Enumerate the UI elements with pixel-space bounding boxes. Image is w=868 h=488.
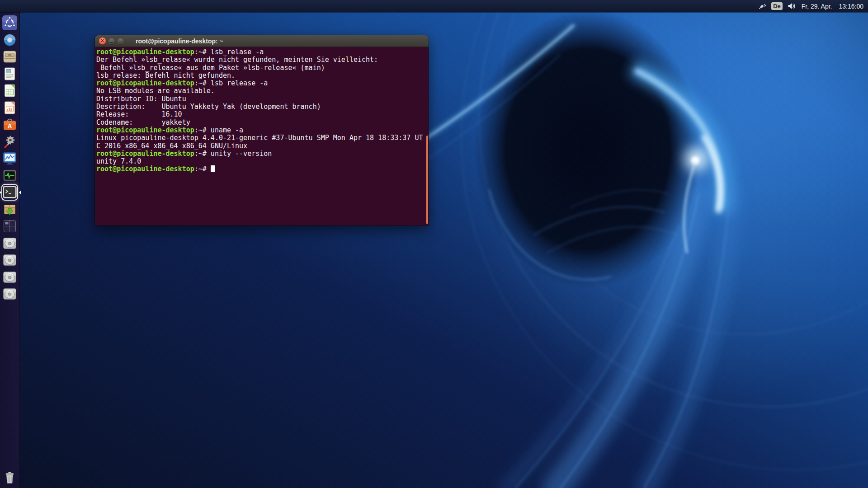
terminal-line: root@picopauline-desktop:~# lsb_release … <box>96 80 429 87</box>
terminal-window: × root@picopauline-desktop: ~ root@picop… <box>95 35 429 225</box>
impress-presentation-icon <box>2 100 17 115</box>
settings-gear-icon <box>2 134 17 149</box>
terminal-line: No LSB modules are available. <box>96 87 429 95</box>
terminal-line: lsb_relase: Befehl nicht gefunden. <box>96 72 429 80</box>
terminal-line: Linux picopauline-desktop 4.4.0-21-gener… <box>96 134 429 142</box>
clock-time[interactable]: 13:16:00 <box>839 3 864 10</box>
disk-icon <box>2 286 17 301</box>
window-title: root@picopauline-desktop: ~ <box>136 38 223 45</box>
monitor-graph-icon <box>2 151 17 166</box>
volume-icon[interactable] <box>787 0 797 12</box>
terminal-line: Der Befehl »lsb_relase« wurde nicht gefu… <box>96 56 429 64</box>
clock-date[interactable]: Fr, 29. Apr. <box>802 3 832 10</box>
writer-document-icon <box>2 66 17 81</box>
terminal-line: Codename: yakkety <box>96 119 429 127</box>
terminal-titlebar[interactable]: × root@picopauline-desktop: ~ <box>95 35 429 47</box>
terminal-line: Description: Ubuntu Yakkety Yak (develop… <box>96 103 429 111</box>
maximize-button[interactable] <box>117 37 124 45</box>
launcher: A <box>0 12 20 488</box>
indicator-area: De Fr, 29. Apr. 13:16:00 <box>758 0 868 12</box>
maximize-icon <box>119 40 122 42</box>
launcher-item-system-settings[interactable] <box>2 134 17 149</box>
launcher-item-disk-4[interactable] <box>2 286 17 301</box>
launcher-item-disk-3[interactable] <box>2 270 17 285</box>
launcher-item-terminal[interactable] <box>2 185 17 200</box>
launcher-item-libreoffice-impress[interactable] <box>2 100 17 115</box>
launcher-item-libreoffice-writer[interactable] <box>2 66 17 81</box>
minimize-button[interactable] <box>108 37 115 45</box>
minimize-icon <box>110 42 113 43</box>
terminal-line: root@picopauline-desktop:~# <box>96 165 429 173</box>
close-button[interactable]: × <box>99 37 106 45</box>
terminal-scrollbar[interactable] <box>426 136 428 224</box>
launcher-item-trash[interactable] <box>2 470 17 485</box>
terminal-line: root@picopauline-desktop:~# lsb_relase -… <box>96 48 429 56</box>
disk-icon <box>2 253 17 267</box>
desktop: De Fr, 29. Apr. 13:16:00 A × root@picopa… <box>0 0 868 488</box>
workspace-grid-icon <box>2 219 17 234</box>
terminal-line: Befehl »lsb_release« aus dem Paket »lsb-… <box>96 64 429 72</box>
terminal-line: C 2016 x86_64 x86_64 x86_64 GNU/Linux <box>96 142 429 150</box>
svg-text:A: A <box>7 122 12 130</box>
network-offline-icon[interactable] <box>758 0 767 12</box>
running-indicator-arrow-icon <box>0 190 1 195</box>
terminal-content[interactable]: root@picopauline-desktop:~# lsb_relase -… <box>95 47 429 225</box>
file-cabinet-icon <box>2 49 17 64</box>
software-bag-icon: A <box>2 117 17 132</box>
disk-icon <box>2 270 17 285</box>
terminal-cursor <box>211 165 215 172</box>
keyboard-layout-indicator[interactable]: De <box>771 2 783 10</box>
terminal-icon <box>2 185 17 200</box>
launcher-item-dash[interactable] <box>2 15 17 30</box>
launcher-item-software-center[interactable]: A <box>2 117 17 132</box>
disk-icon <box>2 236 17 251</box>
terminal-line: Release: 16.10 <box>96 111 429 118</box>
package-down-arrow-icon <box>2 202 17 217</box>
trash-icon <box>2 470 17 485</box>
calc-spreadsheet-icon <box>2 83 17 98</box>
launcher-item-libreoffice-calc[interactable] <box>2 83 17 98</box>
oscilloscope-icon <box>2 168 17 183</box>
chromium-icon <box>2 33 17 47</box>
launcher-item-disk-1[interactable] <box>2 236 17 251</box>
focused-indicator-arrow-icon <box>19 190 21 195</box>
top-panel: De Fr, 29. Apr. 13:16:00 <box>0 0 868 12</box>
launcher-item-files[interactable] <box>2 49 17 64</box>
ubuntu-dash-icon <box>2 15 17 30</box>
launcher-item-package-installer[interactable] <box>2 202 17 217</box>
terminal-line: root@picopauline-desktop:~# unity --vers… <box>96 150 429 158</box>
launcher-item-disk-2[interactable] <box>2 253 17 267</box>
launcher-item-chromium[interactable] <box>2 33 17 47</box>
terminal-line: unity 7.4.0 <box>96 158 429 165</box>
terminal-line: root@picopauline-desktop:~# uname -a <box>96 127 429 134</box>
launcher-item-system-monitor[interactable] <box>2 151 17 166</box>
launcher-item-workspace-switcher[interactable] <box>2 219 17 234</box>
terminal-line: Distributor ID: Ubuntu <box>96 95 429 103</box>
launcher-item-load-indicator[interactable] <box>2 168 17 183</box>
close-icon: × <box>101 38 104 43</box>
